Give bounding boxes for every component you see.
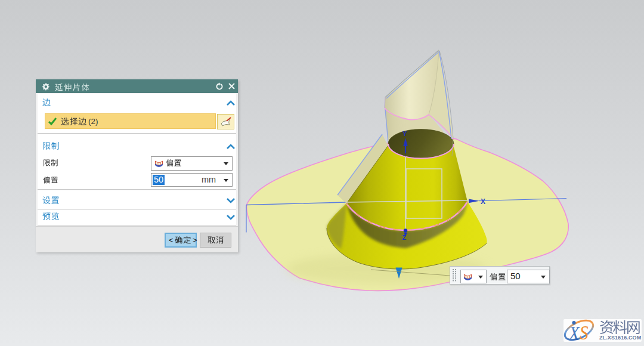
svg-text:Y: Y [402,130,407,137]
svg-text:X: X [568,322,580,342]
svg-text:Z: Z [402,234,407,241]
svg-text:X: X [481,197,485,206]
svg-text:S: S [580,322,589,342]
